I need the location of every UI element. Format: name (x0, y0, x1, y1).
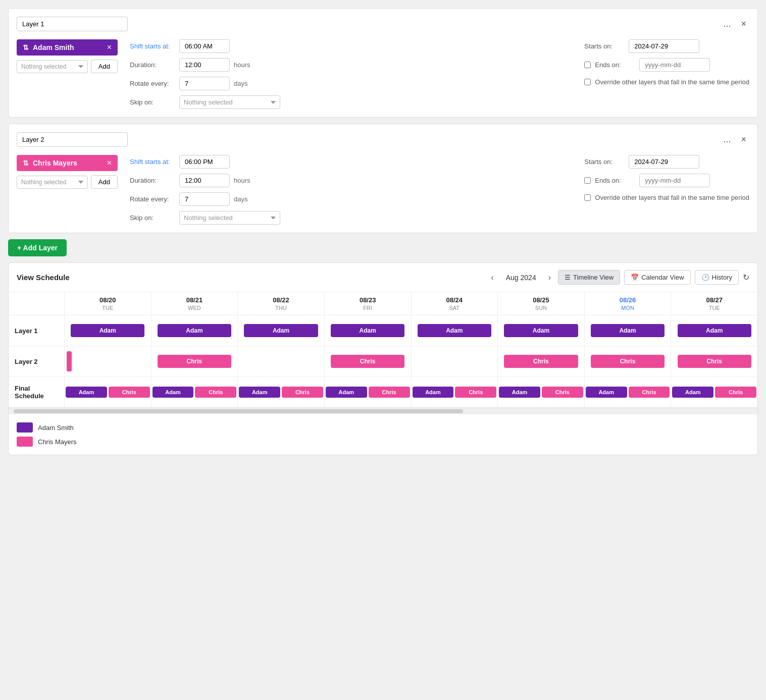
layer1-chip-2[interactable]: Adam (244, 324, 318, 337)
final-adam-5[interactable]: Adam (499, 387, 540, 398)
layer2-cell-4 (411, 346, 498, 376)
final-chris-0[interactable]: Chris (109, 387, 150, 398)
layer2-cell-6: Chris (584, 346, 671, 376)
layer2-duration-input[interactable]: 12:00 (179, 174, 230, 187)
layer2-ends-on-checkbox[interactable] (584, 177, 591, 184)
final-adam-2[interactable]: Adam (239, 387, 280, 398)
next-month-button[interactable]: › (545, 272, 554, 283)
legend-name-adam: Adam Smith (38, 424, 74, 432)
layer2-dots-button[interactable]: ... (720, 133, 734, 146)
layer2-person-select[interactable]: Nothing selected (17, 176, 88, 189)
final-adam-1[interactable]: Adam (152, 387, 194, 398)
layer2-header: Layer 2 ... × (17, 132, 749, 147)
layer1-chip-3[interactable]: Adam (331, 324, 404, 337)
scrollbar-thumb[interactable] (14, 409, 463, 413)
empty-header (9, 292, 64, 315)
layer1-chip-4[interactable]: Adam (418, 324, 491, 337)
prev-month-button[interactable]: ‹ (488, 272, 496, 283)
layer2-override-checkbox[interactable] (584, 194, 591, 201)
timeline-view-button[interactable]: ☰ Timeline View (558, 270, 620, 285)
date-header-6: 08/26 MON (584, 292, 671, 315)
layer2-rotate-input[interactable]: 7 (179, 192, 230, 206)
layer1-starts-on-input[interactable]: 2024-07-29 (629, 39, 699, 53)
layer2-chip-1[interactable]: Chris (158, 355, 231, 368)
final-adam-6[interactable]: Adam (586, 387, 627, 398)
layer1-override-checkbox[interactable] (584, 79, 591, 85)
final-cell-5: Adam Chris (497, 377, 584, 407)
layer1-close-button[interactable]: × (738, 18, 749, 30)
layer1-ends-on-input[interactable] (639, 58, 710, 72)
layer2-close-button[interactable]: × (738, 133, 749, 146)
layer2-person-remove[interactable]: × (107, 159, 112, 167)
layer2-rotate-unit: days (234, 195, 247, 203)
final-chris-1[interactable]: Chris (195, 387, 236, 398)
layer1-person-remove[interactable]: × (107, 43, 112, 51)
layer1-dots-button[interactable]: ... (720, 18, 734, 30)
layer2-chip-5[interactable]: Chris (504, 355, 578, 368)
layer2-cell-3: Chris (324, 346, 411, 376)
final-row-label: Final Schedule (9, 381, 64, 404)
add-layer-button[interactable]: + Add Layer (8, 239, 67, 256)
layer1-chip-1[interactable]: Adam (158, 324, 231, 337)
layer2-skip-select[interactable]: Nothing selected (179, 211, 280, 225)
layer1-duration-input[interactable]: 12:00 (179, 58, 230, 72)
layer1-cell-2: Adam (237, 315, 324, 346)
layer1-rotate-label: Rotate every: (130, 80, 175, 87)
layer1-chip-7[interactable]: Adam (678, 324, 751, 337)
layer1-row-label: Layer 1 (9, 323, 64, 339)
layer2-title-input[interactable]: Layer 2 (17, 132, 128, 147)
layer2-chip-6[interactable]: Chris (591, 355, 665, 368)
final-adam-3[interactable]: Adam (326, 387, 367, 398)
final-chris-6[interactable]: Chris (629, 387, 670, 398)
layer1-person-select[interactable]: Nothing selected (17, 60, 88, 73)
layer1-add-button[interactable]: Add (91, 60, 118, 73)
final-chris-3[interactable]: Chris (369, 387, 410, 398)
layer1-skip-select[interactable]: Nothing selected (179, 95, 280, 109)
final-adam-4[interactable]: Adam (413, 387, 454, 398)
layer1-chip-6[interactable]: Adam (591, 324, 665, 337)
refresh-button[interactable]: ↻ (743, 273, 749, 282)
layer1-skip-row: Skip on: Nothing selected (130, 95, 572, 109)
layer2-body: ⇅ Chris Mayers × Nothing selected Add Sh… (17, 155, 749, 225)
layer1-chip-0[interactable]: Adam (71, 324, 144, 337)
final-chris-5[interactable]: Chris (542, 387, 583, 398)
swap-icon: ⇅ (23, 43, 29, 51)
final-cell-1: Adam Chris (151, 377, 238, 407)
date-header-4: 08/24 SAT (411, 292, 498, 315)
layer1-person-name: Adam Smith (33, 43, 74, 51)
layer2-starts-on-input[interactable]: 2024-07-29 (629, 155, 699, 169)
layer1-rotate-input[interactable]: 7 (179, 77, 230, 90)
calendar-view-button[interactable]: 📅 Calendar View (624, 270, 690, 285)
date-header-0: 08/20 TUE (64, 292, 151, 315)
schedule-controls: ‹ Aug 2024 › ☰ Timeline View 📅 Calendar … (488, 270, 749, 285)
layer2-override-row: Override other layers that fall in the s… (584, 193, 749, 202)
layer2-chip-7[interactable]: Chris (678, 355, 751, 368)
layer1-shift-starts-input[interactable]: 06:00 AM (179, 39, 230, 53)
layer2-skip-label: Skip on: (130, 214, 175, 222)
history-button[interactable]: 🕐 History (695, 270, 739, 285)
final-chris-7[interactable]: Chris (715, 387, 756, 398)
final-chris-4[interactable]: Chris (455, 387, 496, 398)
final-adam-0[interactable]: Adam (66, 387, 107, 398)
layer2-shift-starts-input[interactable]: 06:00 PM (179, 155, 230, 169)
layer1-timeline-row: Layer 1 Adam Adam Adam Adam Adam (9, 315, 757, 346)
history-label: History (712, 274, 732, 281)
layer1-chip-5[interactable]: Adam (504, 324, 578, 337)
layer1-ends-on-checkbox[interactable] (584, 62, 591, 68)
layer1-card: Layer 1 ... × ⇅ Adam Smith × Nothing se (8, 8, 758, 118)
final-adam-7[interactable]: Adam (672, 387, 713, 398)
layer2-person-bar: ⇅ Chris Mayers × (17, 155, 118, 171)
layer1-title-input[interactable]: Layer 1 (17, 17, 128, 31)
layer2-starts-on-label: Starts on: (584, 158, 625, 166)
layer1-add-row: Nothing selected Add (17, 60, 118, 73)
layer2-ends-on-input[interactable] (639, 174, 710, 187)
layer2-row-label: Layer 2 (9, 354, 64, 369)
layer2-chip-3[interactable]: Chris (331, 355, 404, 368)
layer2-add-button[interactable]: Add (91, 175, 118, 189)
calendar-view-label: Calendar View (641, 274, 684, 281)
timeline-view-label: Timeline View (573, 274, 614, 281)
timeline-container[interactable]: 08/20 TUE 08/21 WED 08/22 THU 08/23 FRI (9, 292, 757, 408)
layer1-cell-5: Adam (497, 315, 584, 346)
final-chris-2[interactable]: Chris (282, 387, 323, 398)
timeline-scrollbar[interactable] (9, 408, 757, 414)
